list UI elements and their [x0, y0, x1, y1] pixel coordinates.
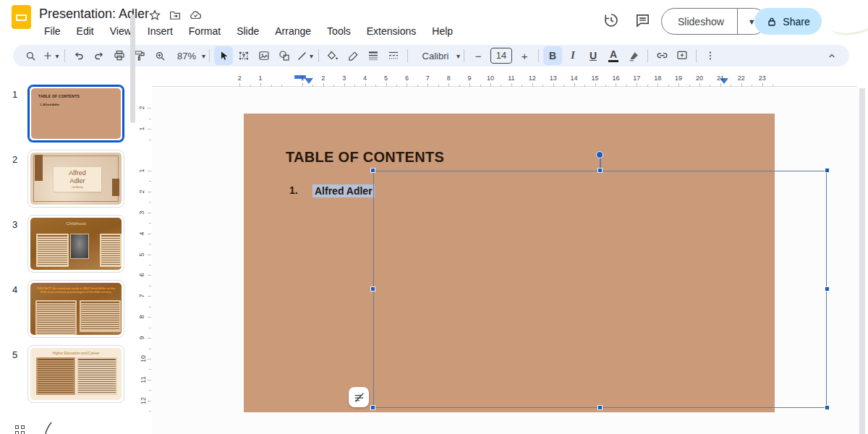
zoom-in-icon[interactable]	[150, 46, 169, 65]
version-history-icon[interactable]	[603, 12, 620, 29]
menu-help[interactable]: Help	[427, 24, 458, 38]
font-caret-icon[interactable]: ▾	[456, 52, 460, 60]
slide-list-item[interactable]: 1. Alfred Adler	[289, 184, 375, 197]
share-button[interactable]: Share	[754, 8, 822, 35]
share-label: Share	[783, 16, 809, 27]
star-icon[interactable]	[148, 9, 161, 22]
resize-handle-bottom-right[interactable]	[825, 405, 830, 410]
hide-menus-icon[interactable]	[822, 46, 841, 65]
border-weight-icon[interactable]	[364, 46, 383, 65]
new-slide-button[interactable]: ▾	[41, 46, 60, 65]
menu-slide[interactable]: Slide	[231, 24, 264, 38]
slide-thumbnail-3[interactable]: Childhood	[27, 215, 124, 273]
text-color-button[interactable]: A	[604, 46, 623, 65]
menu-format[interactable]: Format	[184, 24, 226, 38]
h-ruler-label: 8	[447, 75, 451, 82]
bold-button[interactable]: B	[543, 46, 562, 65]
border-color-icon[interactable]	[344, 46, 362, 65]
thumb-title: TABLE OF CONTENTS	[38, 94, 80, 98]
line-caret-icon[interactable]: ▾	[310, 52, 313, 60]
h-ruler-label: 18	[654, 75, 661, 82]
thumb-title: Higher Education and Career	[30, 351, 122, 355]
left-indent-marker[interactable]	[305, 78, 313, 84]
slide-canvas[interactable]: TABLE OF CONTENTS 1. Alfred Adler	[152, 87, 859, 434]
slide-thumbnail-5[interactable]: Higher Education and Career	[27, 345, 124, 403]
resize-handle-top-center[interactable]	[597, 168, 603, 173]
thumb-subtitle: Life History	[54, 186, 101, 189]
h-ruler-label: 5	[384, 75, 388, 82]
thumb-title-slide: AlfredAdlerLife History	[30, 153, 122, 205]
highlight-color-icon[interactable]	[624, 46, 643, 65]
resize-handle-mid-right[interactable]	[825, 286, 830, 292]
cloud-saved-icon[interactable]	[189, 9, 203, 22]
main-toolbar: ▾ 87% ▾ ▾	[13, 45, 849, 67]
new-slide-caret-icon[interactable]: ▾	[55, 52, 59, 60]
slide-filmstrip: 1TABLE OF CONTENTS1. Alfred Adler2Alfred…	[0, 69, 141, 434]
lock-icon	[766, 16, 778, 27]
font-size-input[interactable]: 14	[490, 48, 512, 64]
search-menus-icon[interactable]	[21, 46, 40, 65]
resize-handle-top-left[interactable]	[370, 168, 375, 173]
insert-link-icon[interactable]	[652, 46, 671, 65]
google-slides-logo[interactable]	[12, 5, 31, 29]
add-comment-icon[interactable]	[673, 46, 692, 65]
vertical-scrollbar[interactable]	[859, 88, 865, 434]
v-ruler-label: 11	[140, 376, 147, 383]
menu-edit[interactable]: Edit	[72, 24, 99, 38]
text-box-tool[interactable]	[234, 46, 253, 65]
resize-handle-mid-left[interactable]	[370, 286, 375, 292]
decrease-font-size-button[interactable]: −	[469, 46, 488, 65]
thumb-title: Childhood	[30, 221, 122, 226]
slide-editing-area[interactable]: TABLE OF CONTENTS 1. Alfred Adler	[244, 114, 775, 412]
menu-file[interactable]: File	[39, 24, 66, 38]
slide-thumbnail-1[interactable]: TABLE OF CONTENTS1. Alfred Adler	[27, 85, 124, 142]
move-folder-icon[interactable]	[169, 9, 182, 22]
list-item-number: 1.	[289, 184, 312, 197]
h-ruler-label: 22	[738, 75, 745, 82]
menu-arrange[interactable]: Arrange	[270, 24, 316, 38]
slideshow-button[interactable]: Slideshow ▼	[661, 8, 767, 35]
vertical-ruler: 12123456789101112	[140, 87, 151, 434]
font-family-select[interactable]: Calibri	[412, 46, 454, 65]
more-options-icon[interactable]	[701, 46, 720, 65]
filmstrip-scrollbar[interactable]	[130, 14, 135, 123]
h-ruler-label: 1	[300, 75, 304, 82]
italic-button[interactable]: I	[563, 46, 582, 65]
thumb-line: 1. Alfred Adler	[40, 103, 59, 106]
slide-thumbnail-4[interactable]: FUN FACT! An empirical study in 2002 lis…	[27, 280, 124, 338]
rotation-handle[interactable]	[596, 151, 603, 158]
menu-insert[interactable]: Insert	[142, 24, 178, 38]
menu-tools[interactable]: Tools	[322, 24, 356, 38]
grid-view-icon[interactable]	[15, 425, 27, 434]
slide-title-text[interactable]: TABLE OF CONTENTS	[286, 149, 444, 166]
undo-icon[interactable]	[69, 46, 88, 65]
select-tool[interactable]	[214, 46, 233, 65]
menu-extensions[interactable]: Extensions	[362, 24, 421, 38]
list-item-text-selected[interactable]: Alfred Adler	[312, 184, 375, 197]
h-ruler-label: 11	[508, 75, 514, 82]
resize-handle-bottom-center[interactable]	[597, 405, 603, 410]
zoom-level-value[interactable]: 87%	[171, 46, 200, 65]
insert-image-icon[interactable]	[255, 46, 273, 65]
h-ruler-label: 23	[759, 75, 766, 82]
slide-thumbnail-2[interactable]: AlfredAdlerLife History	[27, 150, 124, 208]
h-ruler-label: 21	[717, 75, 724, 82]
print-icon[interactable]	[110, 46, 129, 65]
resize-handle-top-right[interactable]	[825, 168, 830, 173]
autofit-off-button[interactable]	[349, 387, 369, 407]
insert-shape-icon[interactable]	[275, 46, 294, 65]
thumb-funfact-slide: FUN FACT! An empirical study in 2002 lis…	[30, 283, 122, 335]
underline-button[interactable]: U	[584, 46, 603, 65]
increase-font-size-button[interactable]: +	[515, 46, 534, 65]
border-dash-icon[interactable]	[384, 46, 403, 65]
thumb-name: AlfredAdler	[54, 167, 101, 185]
redo-icon[interactable]	[90, 46, 109, 65]
resize-handle-bottom-left[interactable]	[370, 405, 375, 410]
v-ruler-label: 2	[138, 106, 145, 110]
text-box-selection-outline[interactable]	[373, 171, 827, 408]
comments-icon[interactable]	[634, 12, 651, 29]
zoom-caret-icon[interactable]: ▾	[202, 52, 205, 60]
fill-color-icon[interactable]	[323, 46, 342, 65]
insert-line-icon[interactable]: ▾	[295, 46, 314, 65]
v-ruler-label: 6	[138, 273, 145, 277]
